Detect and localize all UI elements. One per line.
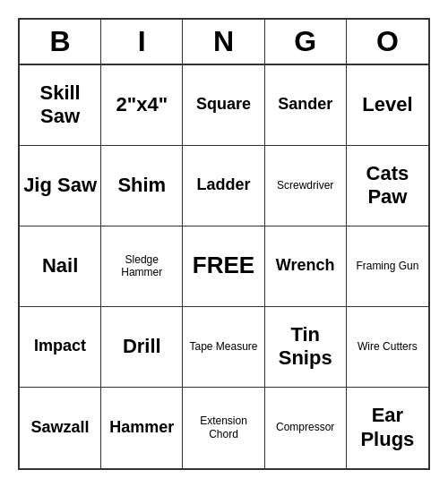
cell-17: Tape Measure <box>183 307 264 388</box>
cell-16: Drill <box>101 307 183 388</box>
header-I: I <box>101 20 183 64</box>
cell-13: Wrench <box>265 226 347 307</box>
cell-23: Compressor <box>265 388 347 468</box>
header-B: B <box>20 20 101 64</box>
cell-22: Extension Chord <box>183 388 264 468</box>
cell-15: Impact <box>20 307 101 388</box>
cell-14: Framing Gun <box>347 226 428 307</box>
header-O: O <box>347 20 428 64</box>
cell-10: Nail <box>20 226 101 307</box>
cell-4: Level <box>347 65 428 146</box>
cell-11: Sledge Hammer <box>101 226 183 307</box>
cell-2: Square <box>183 65 264 146</box>
cell-7: Ladder <box>183 146 264 226</box>
header-row: BINGO <box>20 20 428 65</box>
cell-9: Cats Paw <box>347 146 428 226</box>
cell-20: Sawzall <box>20 388 101 468</box>
cell-24: Ear Plugs <box>347 388 428 468</box>
cell-0: Skill Saw <box>20 65 101 146</box>
cell-19: Wire Cutters <box>347 307 428 388</box>
bingo-grid: Skill Saw2"x4"SquareSanderLevelJig SawSh… <box>20 65 428 468</box>
cell-18: Tin Snips <box>265 307 347 388</box>
header-G: G <box>265 20 347 64</box>
header-N: N <box>183 20 264 64</box>
cell-12: FREE <box>183 226 264 307</box>
cell-21: Hammer <box>101 388 183 468</box>
cell-6: Shim <box>101 146 183 226</box>
cell-1: 2"x4" <box>101 65 183 146</box>
cell-5: Jig Saw <box>20 146 101 226</box>
cell-8: Screwdriver <box>265 146 347 226</box>
cell-3: Sander <box>265 65 347 146</box>
bingo-card: BINGO Skill Saw2"x4"SquareSanderLevelJig… <box>18 18 430 470</box>
